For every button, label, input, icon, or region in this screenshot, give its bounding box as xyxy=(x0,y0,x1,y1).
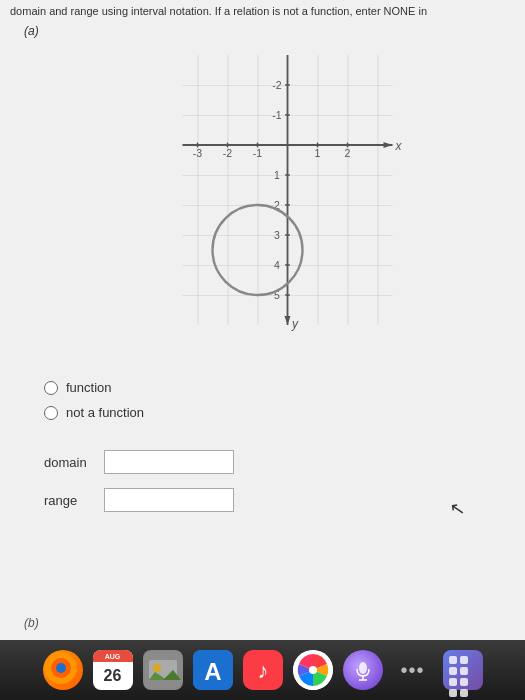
dock-calendar[interactable]: AUG 26 xyxy=(91,648,135,692)
grid-dot-6 xyxy=(460,678,468,686)
grid-dot-7 xyxy=(449,689,457,697)
svg-text:A: A xyxy=(204,658,221,685)
dock-system-prefs[interactable] xyxy=(291,648,335,692)
calendar-month: AUG xyxy=(105,653,121,660)
radio-label-function: function xyxy=(66,380,112,395)
dock-finder[interactable] xyxy=(141,648,185,692)
cursor-indicator: ↖ xyxy=(448,497,467,521)
graph-container: -3 -2 -1 1 2 5 4 3 2 1 -1 -2 x xyxy=(130,40,430,340)
range-row: range xyxy=(44,488,234,512)
radio-label-not-function: not a function xyxy=(66,405,144,420)
radio-circle-function[interactable] xyxy=(44,381,58,395)
page-content: domain and range using interval notation… xyxy=(0,0,525,640)
grid-dot-4 xyxy=(460,667,468,675)
svg-text:4: 4 xyxy=(274,259,280,271)
inputs-section: domain range xyxy=(44,450,234,526)
app-store-icon: A xyxy=(193,650,233,690)
domain-input[interactable] xyxy=(104,450,234,474)
part-label: (a) xyxy=(24,24,39,38)
calendar-icon: AUG 26 xyxy=(93,650,133,690)
domain-row: domain xyxy=(44,450,234,474)
radio-circle-not-function[interactable] xyxy=(44,406,58,420)
radio-not-function[interactable]: not a function xyxy=(44,405,144,420)
finder-icon xyxy=(143,650,183,690)
svg-text:x: x xyxy=(395,139,403,153)
svg-text:-1: -1 xyxy=(272,109,281,121)
calendar-header: AUG xyxy=(93,650,133,662)
dock-launchpad[interactable] xyxy=(441,648,485,692)
calendar-date: 26 xyxy=(104,668,122,684)
firefox-icon xyxy=(43,650,83,690)
svg-text:-2: -2 xyxy=(272,79,281,91)
svg-text:1: 1 xyxy=(315,147,321,159)
coordinate-graph: -3 -2 -1 1 2 5 4 3 2 1 -1 -2 x xyxy=(130,40,430,340)
range-label: range xyxy=(44,493,104,508)
part-b-label: (b) xyxy=(24,616,39,630)
instructions-text: domain and range using interval notation… xyxy=(10,4,515,19)
dock-siri[interactable] xyxy=(341,648,385,692)
grid-dot-1 xyxy=(449,656,457,664)
dock-overflow[interactable]: ••• xyxy=(391,648,435,692)
overflow-dots: ••• xyxy=(400,659,424,682)
grid-dot-2 xyxy=(460,656,468,664)
siri-icon xyxy=(343,650,383,690)
svg-text:-1: -1 xyxy=(253,147,262,159)
svg-text:3: 3 xyxy=(274,229,280,241)
svg-point-37 xyxy=(153,664,161,672)
range-input[interactable] xyxy=(104,488,234,512)
system-prefs-icon xyxy=(293,650,333,690)
dock-app-store[interactable]: A xyxy=(191,648,235,692)
calendar-body: 26 xyxy=(93,662,133,690)
svg-point-34 xyxy=(56,663,66,673)
radio-function[interactable]: function xyxy=(44,380,144,395)
dock-firefox[interactable] xyxy=(41,648,85,692)
svg-text:♪: ♪ xyxy=(257,658,268,683)
svg-point-45 xyxy=(309,666,317,674)
grid-dot-8 xyxy=(460,689,468,697)
taskbar: AUG 26 A xyxy=(0,640,525,700)
overflow-icon: ••• xyxy=(393,650,433,690)
grid-dot-3 xyxy=(449,667,457,675)
dock-music[interactable]: ♪ xyxy=(241,648,285,692)
music-icon: ♪ xyxy=(243,650,283,690)
svg-text:2: 2 xyxy=(345,147,351,159)
svg-point-46 xyxy=(359,662,367,674)
svg-text:-2: -2 xyxy=(223,147,232,159)
radio-section: function not a function xyxy=(44,380,144,430)
svg-text:1: 1 xyxy=(274,169,280,181)
domain-label: domain xyxy=(44,455,104,470)
grid-dot-5 xyxy=(449,678,457,686)
launchpad-icon xyxy=(443,650,483,690)
svg-text:-3: -3 xyxy=(193,147,202,159)
instruction-label: domain and range using interval notation… xyxy=(10,5,427,17)
svg-text:y: y xyxy=(291,317,299,331)
